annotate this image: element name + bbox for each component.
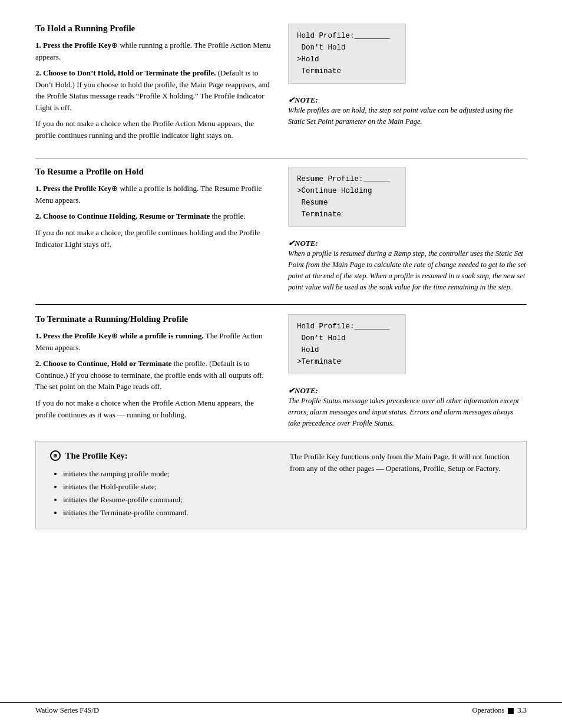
note-resume-text: When a profile is resumed during a Ramp … (288, 248, 527, 292)
step1-resume: 1. Press the Profile Key⊕ while a profil… (35, 183, 274, 206)
lcd-hold: Hold Profile:________ Don't Hold >Hold T… (288, 24, 406, 84)
section-hold-profile: To Hold a Running Profile 1. Press the P… (35, 24, 527, 146)
step1-hold: 1. Press the Profile Key⊕ while running … (35, 39, 274, 62)
lcd-hold-line1: Hold Profile:________ (297, 30, 397, 42)
section-resume-profile: To Resume a Profile on Hold 1. Press the… (35, 167, 527, 292)
step2-hold-label: 2. Choose to Don’t Hold, Hold or Termina… (35, 68, 216, 77)
lcd-resume-line3: Resume (297, 197, 397, 209)
lcd-terminate-line1: Hold Profile:________ (297, 321, 397, 332)
section-resume-title: To Resume a Profile on Hold (35, 167, 274, 177)
page: To Hold a Running Profile 1. Press the P… (0, 0, 562, 728)
lcd-resume: Resume Profile:______ >Continue Holding … (288, 167, 406, 227)
section-resume-right: Resume Profile:______ >Continue Holding … (288, 167, 527, 292)
section1-info: If you do not make a choice when the Pro… (35, 118, 274, 141)
step2-terminate-label: 2. Choose to Continue, Hold or Terminate (35, 359, 172, 368)
lcd-resume-line4: Terminate (297, 209, 397, 220)
step1-terminate-label: 1. Press the Profile Key (35, 331, 111, 340)
step2-resume-label: 2. Choose to Continue Holding, Resume or… (35, 212, 210, 220)
lcd-resume-line2: >Continue Holding (297, 185, 397, 197)
step1-hold-label: 1. Press the Profile Key (35, 41, 111, 50)
lcd-hold-line3: >Hold (297, 54, 397, 65)
bullet-1: initiates the ramping profile mode; (63, 467, 272, 480)
profile-key-right-text: The Profile Key functions only from the … (290, 451, 512, 475)
footer-left: Watlow Series F4S/D (35, 706, 99, 715)
note-terminate-label: ✔NOTE: (288, 386, 527, 396)
section-hold-right: Hold Profile:________ Don't Hold >Hold T… (288, 24, 527, 146)
profile-key-title: ⊕ The Profile Key: (50, 451, 272, 462)
note-hold: ✔NOTE: While profiles are on hold, the s… (288, 95, 527, 127)
lcd-resume-line1: Resume Profile:______ (297, 173, 397, 185)
lcd-terminate-line3: Hold (297, 344, 397, 356)
section-hold-title: To Hold a Running Profile (35, 24, 274, 34)
lcd-hold-line2: Don't Hold (297, 42, 397, 54)
step2-resume: 2. Choose to Continue Holding, Resume or… (35, 210, 274, 222)
step1-terminate: 1. Press the Profile Key⊕ while a profil… (35, 330, 274, 353)
profile-key-left: ⊕ The Profile Key: initiates the ramping… (50, 451, 272, 520)
note-hold-label: ✔NOTE: (288, 95, 527, 105)
note-resume-label: ✔NOTE: (288, 239, 527, 248)
note-terminate: ✔NOTE: The Profile Status message takes … (288, 386, 527, 429)
step2-resume-text: the profile. (210, 212, 245, 220)
profile-key-circle-icon: ⊕ (50, 450, 61, 461)
lcd-hold-line4: Terminate (297, 65, 397, 77)
footer-page: 3.3 (517, 706, 527, 715)
note-hold-text: While profiles are on hold, the step set… (288, 105, 527, 127)
footer-square-icon (508, 708, 514, 714)
section-terminate: To Terminate a Running/Holding Profile 1… (35, 314, 527, 429)
divider-1 (35, 158, 527, 159)
lcd-terminate: Hold Profile:________ Don't Hold Hold >T… (288, 314, 406, 374)
note-resume: ✔NOTE: When a profile is resumed during … (288, 239, 527, 292)
step2-terminate: 2. Choose to Continue, Hold or Terminate… (35, 358, 274, 393)
profile-key-right: The Profile Key functions only from the … (290, 451, 512, 520)
section-terminate-title: To Terminate a Running/Holding Profile (35, 314, 274, 324)
bullet-4: initiates the Terminate-profile command. (63, 506, 272, 519)
lcd-terminate-line2: Don't Hold (297, 332, 397, 344)
step1-terminate-bold: while a profile is running. (118, 331, 204, 340)
section-terminate-right: Hold Profile:________ Don't Hold Hold >T… (288, 314, 527, 429)
step2-hold: 2. Choose to Don’t Hold, Hold or Termina… (35, 67, 274, 113)
section-terminate-left: To Terminate a Running/Holding Profile 1… (35, 314, 274, 429)
section-hold-left: To Hold a Running Profile 1. Press the P… (35, 24, 274, 146)
note-terminate-text: The Profile Status message takes precede… (288, 396, 527, 429)
footer-operations: Operations (472, 706, 505, 715)
page-footer: Watlow Series F4S/D Operations 3.3 (0, 702, 562, 715)
section3-info: If you do not make a choice when the Pro… (35, 397, 274, 421)
divider-2 (35, 304, 527, 305)
bullet-3: initiates the Resume-profile command; (63, 493, 272, 506)
bullet-2: initiates the Hold-profile state; (63, 480, 272, 493)
lcd-terminate-line4: >Terminate (297, 356, 397, 368)
profile-key-bullets: initiates the ramping profile mode; init… (50, 467, 272, 519)
section2-info: If you do not make a choice, the profile… (35, 227, 274, 251)
section-resume-left: To Resume a Profile on Hold 1. Press the… (35, 167, 274, 292)
step1-resume-label: 1. Press the Profile Key (35, 184, 111, 193)
footer-right: Operations 3.3 (472, 706, 527, 715)
profile-key-section: ⊕ The Profile Key: initiates the ramping… (35, 441, 527, 530)
